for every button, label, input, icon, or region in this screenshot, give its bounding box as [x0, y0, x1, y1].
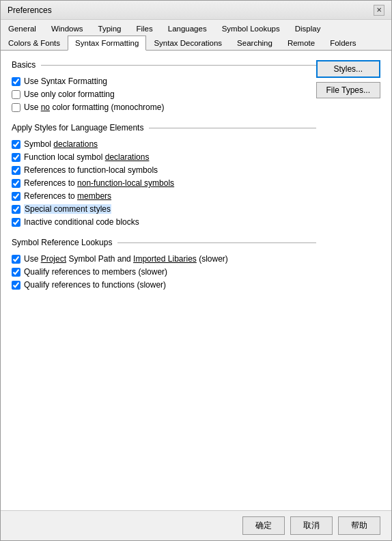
label-references-non-function-local[interactable]: References to non-function-local symbols	[24, 178, 174, 188]
checkbox-qualify-functions: Qualify references to functions (slower)	[12, 280, 316, 290]
label-symbol-declarations[interactable]: Symbol declarations	[24, 139, 98, 149]
checkbox-use-only-color: Use only color formatting	[12, 89, 316, 99]
cb-use-syntax-formatting[interactable]	[12, 77, 20, 86]
cb-no-color-formatting[interactable]	[12, 103, 20, 112]
file-types-button[interactable]: File Types...	[316, 82, 380, 98]
basics-section: Basics Use Syntax Formatting Use only co…	[12, 60, 316, 112]
footer: 确定 取消 帮助	[1, 510, 391, 540]
basics-title: Basics	[12, 60, 41, 70]
label-use-project-symbol-path[interactable]: Use Project Symbol Path and Imported Lib…	[24, 254, 228, 264]
tab-windows[interactable]: Windows	[44, 21, 91, 36]
cb-special-comment-styles[interactable]	[12, 205, 20, 214]
styles-button[interactable]: Styles...	[316, 60, 380, 78]
tab-searching[interactable]: Searching	[229, 36, 280, 50]
checkbox-qualify-members: Qualify references to members (slower)	[12, 267, 316, 277]
cb-symbol-declarations[interactable]	[12, 140, 20, 149]
window-title: Preferences	[8, 5, 52, 15]
cancel-button[interactable]: 取消	[290, 516, 333, 535]
basics-header: Basics	[12, 60, 316, 70]
checkbox-use-project-symbol-path: Use Project Symbol Path and Imported Lib…	[12, 254, 316, 264]
cb-qualify-functions[interactable]	[12, 281, 20, 290]
symbol-reference-header: Symbol Reference Lookups	[12, 238, 316, 247]
tab-display[interactable]: Display	[288, 21, 328, 36]
checkbox-special-comment-styles: Special comment styles	[12, 204, 316, 214]
label-references-function-local[interactable]: References to function-local symbols	[24, 165, 158, 175]
side-buttons: Styles... File Types...	[316, 60, 380, 98]
basics-divider	[41, 65, 316, 66]
label-special-comment-styles[interactable]: Special comment styles	[24, 204, 111, 214]
symbol-reference-title: Symbol Reference Lookups	[12, 238, 117, 247]
tab-typing[interactable]: Typing	[91, 21, 129, 36]
label-function-local-declarations[interactable]: Function local symbol declarations	[24, 152, 149, 162]
cb-use-project-symbol-path[interactable]	[12, 255, 20, 264]
tab-syntax-formatting[interactable]: Syntax Formatting	[68, 36, 146, 51]
checkbox-references-non-function-local: References to non-function-local symbols	[12, 178, 316, 188]
checkbox-no-color-formatting: Use no color formatting (monochrome)	[12, 102, 316, 112]
cb-function-local-declarations[interactable]	[12, 153, 20, 162]
tab-remote[interactable]: Remote	[280, 36, 322, 50]
apply-styles-title: Apply Styles for Language Elements	[12, 123, 149, 133]
cb-qualify-members[interactable]	[12, 268, 20, 277]
tab-symbol-lookups[interactable]: Symbol Lookups	[214, 21, 288, 36]
content-area: Basics Use Syntax Formatting Use only co…	[1, 51, 391, 510]
checkbox-function-local-declarations: Function local symbol declarations	[12, 152, 316, 162]
cb-references-function-local[interactable]	[12, 166, 20, 175]
cb-inactive-conditional[interactable]	[12, 218, 20, 227]
checkbox-references-members: References to members	[12, 191, 316, 201]
label-use-only-color[interactable]: Use only color formatting	[24, 89, 115, 99]
apply-styles-divider	[149, 128, 316, 128]
tabs-row-2: Colors & Fonts Syntax Formatting Syntax …	[1, 36, 391, 51]
label-use-syntax-formatting[interactable]: Use Syntax Formatting	[24, 77, 107, 86]
main-content: Basics Use Syntax Formatting Use only co…	[1, 51, 391, 510]
checkbox-use-syntax-formatting: Use Syntax Formatting	[12, 77, 316, 86]
tabs-row-1: General Windows Typing Files Languages S…	[1, 20, 391, 36]
label-no-color-formatting[interactable]: Use no color formatting (monochrome)	[24, 102, 164, 112]
checkbox-inactive-conditional: Inactive conditional code blocks	[12, 217, 316, 227]
apply-styles-section: Apply Styles for Language Elements Symbo…	[12, 123, 316, 227]
label-qualify-members[interactable]: Qualify references to members (slower)	[24, 267, 167, 277]
tab-syntax-decorations[interactable]: Syntax Decorations	[146, 36, 229, 50]
label-references-members[interactable]: References to members	[24, 191, 111, 201]
preferences-window: Preferences ✕ General Windows Typing Fil…	[0, 0, 392, 541]
symbol-reference-divider	[117, 242, 316, 243]
apply-styles-header: Apply Styles for Language Elements	[12, 123, 316, 133]
cb-references-non-function-local[interactable]	[12, 179, 20, 188]
symbol-reference-section: Symbol Reference Lookups Use Project Sym…	[12, 238, 316, 290]
tab-languages[interactable]: Languages	[160, 21, 214, 36]
tab-files[interactable]: Files	[128, 21, 160, 36]
label-inactive-conditional[interactable]: Inactive conditional code blocks	[24, 217, 139, 227]
cb-use-only-color[interactable]	[12, 90, 20, 99]
cb-references-members[interactable]	[12, 192, 20, 201]
title-bar: Preferences ✕	[1, 1, 391, 20]
checkbox-symbol-declarations: Symbol declarations	[12, 139, 316, 149]
help-button[interactable]: 帮助	[338, 516, 380, 535]
checkbox-references-function-local: References to function-local symbols	[12, 165, 316, 175]
label-qualify-functions[interactable]: Qualify references to functions (slower)	[24, 280, 166, 290]
confirm-button[interactable]: 确定	[242, 516, 285, 535]
tab-general[interactable]: General	[1, 21, 44, 36]
tab-colors-fonts[interactable]: Colors & Fonts	[1, 36, 68, 50]
close-button[interactable]: ✕	[374, 5, 384, 16]
tab-folders[interactable]: Folders	[322, 36, 363, 50]
